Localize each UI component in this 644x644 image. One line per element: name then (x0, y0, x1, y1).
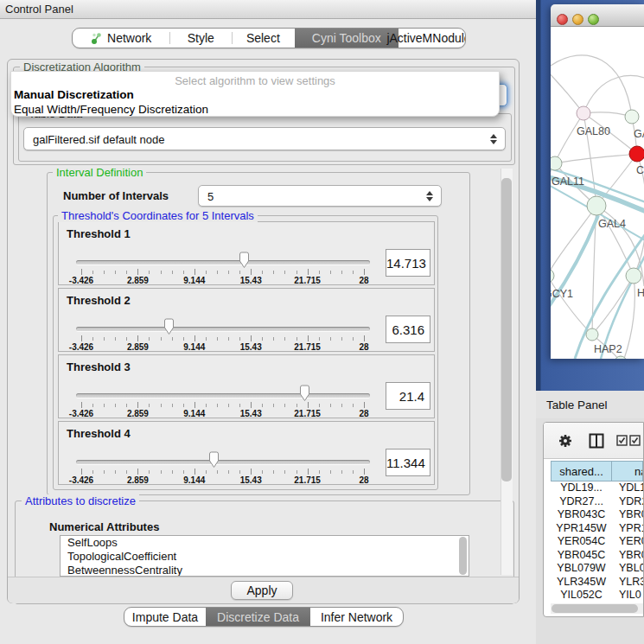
slider-tick (161, 470, 162, 474)
threshold-value-field[interactable]: 11.344 (386, 449, 430, 476)
table-row[interactable]: YBR045CYBR0 (551, 549, 643, 563)
slider-track[interactable] (76, 460, 370, 464)
settings-scrollbar-thumb[interactable] (501, 178, 512, 481)
slider-tick (353, 337, 354, 341)
slider-tick (239, 404, 240, 407)
network-node[interactable] (551, 156, 562, 170)
column-header-shared-name[interactable]: shared... (551, 461, 612, 481)
slider-tick (296, 470, 297, 474)
network-window: GAL80GACGAL11GAL4GCY1HHAP2 (551, 4, 644, 359)
threshold-slider[interactable]: -3.4262.8599.14415.4321.71528 (76, 390, 375, 419)
tab-impute-data[interactable]: Impute Data (124, 608, 206, 626)
apply-button[interactable]: Apply (231, 581, 293, 600)
slider-tick (217, 271, 218, 274)
threshold-value-field[interactable]: 6.316 (386, 316, 430, 343)
threshold-slider[interactable]: -3.4262.8599.14415.4321.71528 (76, 323, 375, 353)
threshold-slider[interactable]: -3.4262.8599.14415.4321.71528 (76, 257, 375, 286)
slider-tick (341, 470, 342, 474)
network-node[interactable] (587, 196, 606, 215)
column-header-name[interactable]: na (612, 461, 643, 481)
slider-track[interactable] (76, 327, 370, 331)
list-item[interactable]: TopologicalCoefficient (61, 550, 469, 564)
slider-tick (81, 269, 82, 275)
slider-tick (308, 269, 309, 275)
table-row[interactable]: YER054CYER0 (551, 535, 643, 549)
gear-icon[interactable] (558, 433, 573, 449)
control-panel-tabbar: Network Style Select Cyni Toolbox jActiv… (72, 28, 466, 48)
slider-tick (115, 337, 116, 341)
network-node[interactable] (551, 269, 554, 283)
slider-tick (172, 271, 173, 274)
slider-tick (149, 337, 150, 341)
attribute-list-scrollbar[interactable] (459, 537, 467, 575)
tab-style[interactable]: Style (169, 29, 232, 48)
slider-thumb[interactable] (163, 318, 175, 335)
network-node[interactable] (577, 106, 590, 120)
slider-tick (149, 470, 150, 474)
number-of-intervals-combo[interactable]: 5 (198, 185, 442, 207)
table-row[interactable]: YDL19...YDL1 (551, 481, 643, 495)
slider-tick (319, 404, 320, 407)
threshold-slider[interactable]: -3.4262.8599.14415.4321.71528 (76, 456, 375, 486)
zoom-traffic-light[interactable] (588, 14, 599, 25)
cell-name: YBR0 (612, 549, 643, 563)
slider-tick (137, 402, 138, 408)
tab-discretize-data[interactable]: Discretize Data (206, 608, 310, 626)
network-canvas[interactable]: GAL80GACGAL11GAL4GCY1HHAP2 (551, 27, 644, 359)
slider-track[interactable] (76, 393, 370, 398)
table-body: YDL19...YDL1YDR27...YDR2YBR043CYBR0YPR14… (551, 481, 643, 602)
slider-tick (239, 271, 240, 274)
network-highlighted-edges (551, 167, 644, 359)
table-row[interactable]: YIL052CYIL0 (551, 589, 643, 602)
threshold-value-field[interactable]: 21.4 (386, 382, 430, 410)
table-data-combo[interactable]: galFiltered.sif default node (23, 127, 506, 150)
slider-tick (319, 271, 320, 274)
menu-item-equal-width-frequency[interactable]: Equal Width/Frequency Discretization (14, 103, 208, 116)
slider-thumb[interactable] (298, 385, 311, 402)
slider-thumb[interactable] (207, 451, 220, 469)
threshold-label: Threshold 3 (67, 360, 131, 373)
apply-row: Apply (8, 577, 519, 603)
slider-tick (92, 404, 93, 407)
cyni-toolbox-panel: Discretization Algorithm Table Data galF… (7, 59, 520, 603)
minimize-traffic-light[interactable] (572, 14, 583, 25)
cell-name: YBR0 (612, 508, 643, 522)
slider-tick (206, 470, 207, 474)
slider-thumb[interactable] (238, 252, 251, 269)
tab-cyni-toolbox[interactable]: Cyni Toolbox (295, 29, 399, 48)
thresholds-container: Threshold 1-3.4262.8599.14415.4321.71528… (58, 221, 435, 486)
table-row[interactable]: YPR145WYPR1 (551, 522, 643, 536)
menu-item-manual-discretization[interactable]: Manual Discretization (14, 88, 134, 101)
network-node[interactable] (586, 328, 598, 341)
network-node[interactable] (625, 110, 639, 124)
slider-tick (284, 337, 285, 341)
threshold-panel: Threshold 4-3.4262.8599.14415.4321.71528… (58, 421, 435, 485)
threshold-panel: Threshold 2-3.4262.8599.14415.4321.71528… (58, 288, 435, 352)
tab-infer-network[interactable]: Infer Network (310, 608, 403, 626)
numerical-attributes-list[interactable]: SelfLoopsTopologicalCoefficientBetweenne… (60, 535, 469, 577)
checkbox-icon[interactable] (616, 435, 628, 446)
slider-tick (273, 271, 274, 274)
table-row[interactable]: YBL079WYBL0 (551, 562, 643, 576)
tab-network[interactable]: Network (73, 29, 169, 48)
table-row[interactable]: YBR043CYBR0 (551, 508, 643, 522)
number-of-intervals-value: 5 (207, 189, 214, 202)
network-node[interactable] (626, 268, 641, 284)
slider-tick (81, 335, 82, 341)
table-row[interactable]: YDR27...YDR2 (551, 495, 643, 509)
split-columns-icon[interactable] (589, 433, 604, 449)
list-item[interactable]: BetweennessCentrality (61, 564, 469, 577)
slider-track[interactable] (76, 260, 370, 265)
list-item[interactable]: SelfLoops (61, 536, 469, 550)
table-row[interactable]: YLR345WYLR3 (551, 576, 643, 590)
table-hscrollbar[interactable] (551, 603, 643, 614)
network-node[interactable] (629, 146, 644, 162)
tab-jactivemnodules[interactable]: jActiveMNodules (399, 29, 465, 48)
threshold-value-field[interactable]: 14.713 (386, 249, 430, 277)
tab-select[interactable]: Select (232, 29, 295, 48)
slider-tick (161, 271, 162, 274)
slider-tick (296, 337, 297, 341)
checkbox-icon[interactable] (629, 435, 641, 446)
slider-tick (284, 404, 285, 407)
close-traffic-light[interactable] (557, 14, 568, 25)
